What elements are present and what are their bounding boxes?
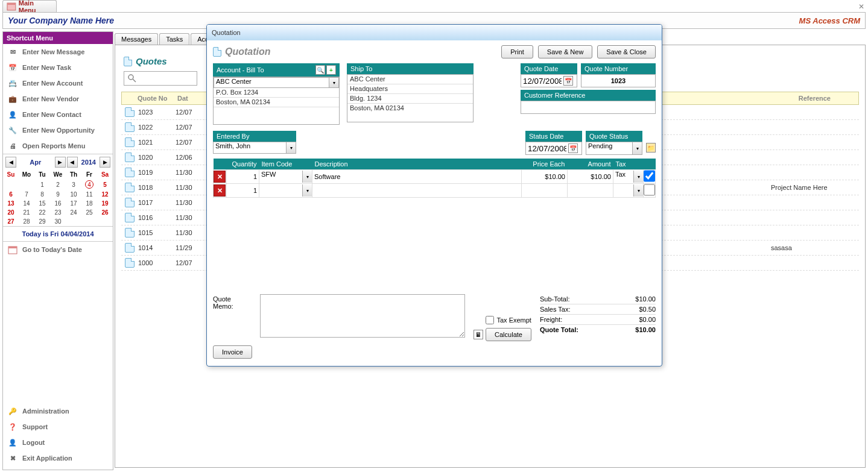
cal-day[interactable]: 13	[3, 199, 19, 208]
cal-day[interactable]: 11	[81, 190, 97, 199]
cal-day[interactable]	[19, 179, 34, 190]
cal-day[interactable]: 27	[3, 217, 19, 226]
cust-ref-input[interactable]	[521, 101, 655, 113]
calendar-picker-icon[interactable]: 📅	[568, 143, 578, 153]
tax-combo[interactable]: Tax▾	[613, 171, 643, 183]
cal-day[interactable]: 17	[66, 199, 81, 208]
calculate-button[interactable]: Calculate	[486, 328, 531, 341]
quote-date-input[interactable]	[521, 77, 563, 86]
cal-day[interactable]	[66, 217, 81, 226]
cal-day[interactable]: 14	[19, 199, 34, 208]
cal-day[interactable]	[81, 217, 97, 226]
code-combo[interactable]: SFW▾	[259, 171, 312, 183]
cal-day[interactable]: 1	[34, 179, 50, 190]
cal-day[interactable]: 2	[50, 179, 66, 190]
sidebar-item-2[interactable]: 📇Enter New Account	[3, 75, 113, 91]
cal-day[interactable]: 5	[97, 179, 113, 190]
qty-input[interactable]	[227, 171, 259, 183]
cal-day[interactable]: 19	[97, 199, 113, 208]
document-icon	[125, 183, 135, 192]
cal-day[interactable]: 29	[34, 217, 50, 226]
sidebar-item-3[interactable]: 💼Enter New Vendor	[3, 91, 113, 107]
sidebar-item-6[interactable]: 🖨Open Reports Menu	[3, 138, 113, 154]
tax-check[interactable]	[644, 184, 655, 196]
delete-row-icon[interactable]: ✕	[214, 184, 226, 197]
col-qty: Quantity	[227, 159, 259, 170]
cal-day[interactable]: 24	[66, 208, 81, 217]
cal-day[interactable]: 28	[19, 217, 34, 226]
sidebar-item-4[interactable]: 👤Enter New Contact	[3, 107, 113, 122]
cal-day[interactable]	[97, 217, 113, 226]
delete-row-icon[interactable]: ✕	[214, 171, 226, 183]
cal-day[interactable]: 25	[81, 208, 97, 217]
cal-day[interactable]: 6	[3, 190, 19, 199]
sidebar-bottom-2[interactable]: 👤Logout	[3, 435, 113, 450]
calendar-picker-icon[interactable]: 📅	[563, 76, 573, 86]
save-close-button[interactable]: Save & Close	[597, 45, 656, 58]
desc-input[interactable]	[312, 171, 521, 183]
calculator-icon[interactable]: 🖩	[474, 330, 483, 339]
tab-tasks[interactable]: Tasks	[159, 33, 189, 45]
sidebar-item-0[interactable]: ✉Enter New Message	[3, 44, 113, 60]
cal-day[interactable]: 9	[50, 190, 66, 199]
qty-input[interactable]	[227, 184, 259, 197]
price-input[interactable]	[522, 171, 567, 183]
sidebar-item-1[interactable]: 📅Enter New Task	[3, 60, 113, 75]
price-input[interactable]	[522, 184, 567, 197]
account-add-icon[interactable]: +	[326, 65, 336, 75]
invoice-button[interactable]: Invoice	[213, 345, 252, 359]
cal-day[interactable]: 12	[97, 190, 113, 199]
status-date-input[interactable]	[526, 144, 568, 153]
goto-today[interactable]: Go to Today's Date	[3, 242, 113, 257]
close-icon[interactable]: ✕	[858, 2, 864, 11]
cal-day[interactable]	[3, 179, 19, 190]
cal-prev-month[interactable]: ◀	[5, 157, 16, 168]
code-combo[interactable]: ▾	[259, 184, 312, 197]
calendar-icon	[8, 245, 17, 254]
search-box[interactable]	[124, 71, 197, 86]
memo-input[interactable]	[260, 294, 465, 338]
cal-day[interactable]: 7	[19, 190, 34, 199]
cal-next-month[interactable]: ▶	[55, 157, 66, 168]
menu-icon: 💼	[8, 94, 17, 104]
tab-messages[interactable]: Messages	[115, 33, 158, 45]
sidebar-item-5[interactable]: 🔧Enter New Opportunity	[3, 122, 113, 138]
cal-day[interactable]: 20	[3, 208, 19, 217]
account-combo[interactable]: ABC Center▾	[214, 77, 339, 88]
cal-day[interactable]: 15	[34, 199, 50, 208]
cal-day[interactable]: 8	[34, 190, 50, 199]
account-search-icon[interactable]: 🔍	[315, 65, 325, 75]
col-code: Item Code	[259, 159, 312, 170]
sidebar-bottom-0[interactable]: 🔑Administration	[3, 403, 113, 419]
tax-combo[interactable]: ▾	[613, 184, 643, 197]
caret-down-icon: ▾	[633, 184, 643, 197]
cal-day[interactable]: 23	[50, 208, 66, 217]
amount-input[interactable]	[568, 171, 613, 183]
col-price: Price Each	[522, 159, 568, 170]
cal-prev-year[interactable]: ◀	[67, 157, 78, 168]
sidebar-bottom-3[interactable]: ✖Exit Application	[3, 450, 113, 466]
cal-day[interactable]: 16	[50, 199, 66, 208]
tax-check[interactable]	[644, 170, 655, 182]
cal-day[interactable]: 22	[34, 208, 50, 217]
window-tab[interactable]: Main Menu	[2, 0, 57, 12]
folder-icon[interactable]: 📁	[646, 143, 656, 153]
cal-day-today[interactable]: 4	[81, 179, 97, 190]
cal-day[interactable]: 18	[81, 199, 97, 208]
memo-label: Quote Memo:	[213, 294, 252, 310]
cal-day[interactable]: 26	[97, 208, 113, 217]
desc-input[interactable]	[312, 184, 521, 197]
sidebar-bottom-1[interactable]: ❓Support	[3, 419, 113, 435]
cal-next-year[interactable]: ▶	[100, 157, 110, 168]
status-combo[interactable]: Pending▾	[586, 142, 642, 155]
cal-day[interactable]: 10	[66, 190, 81, 199]
tax-exempt-check[interactable]: Tax Exempt	[486, 316, 531, 324]
dialog-title-bar[interactable]: Quotation	[207, 25, 662, 40]
cal-day[interactable]: 3	[66, 179, 81, 190]
amount-input[interactable]	[568, 184, 613, 197]
cal-day[interactable]: 30	[50, 217, 66, 226]
entered-by-combo[interactable]: Smith, John▾	[213, 142, 296, 154]
cal-day[interactable]: 21	[19, 208, 34, 217]
print-button[interactable]: Print	[501, 45, 533, 58]
save-new-button[interactable]: Save & New	[538, 45, 593, 58]
